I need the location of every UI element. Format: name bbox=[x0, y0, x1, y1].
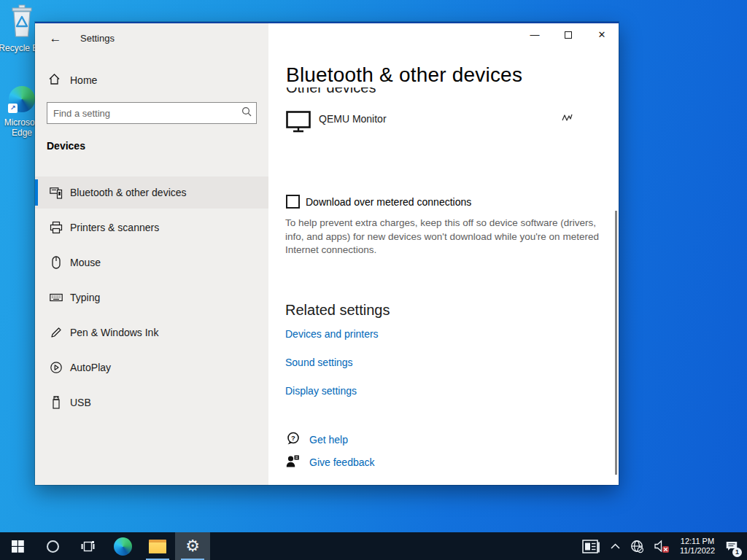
cortana-circle-icon bbox=[47, 540, 59, 553]
search-input[interactable] bbox=[47, 108, 237, 119]
search-icon[interactable] bbox=[237, 106, 256, 120]
titlebar-left: ← Settings bbox=[35, 23, 268, 52]
clock-time: 12:11 PM bbox=[680, 537, 715, 546]
usb-icon bbox=[50, 396, 63, 409]
taskbar-clock[interactable]: 12:11 PM 11/1/2022 bbox=[674, 537, 721, 556]
metered-connections-checkbox[interactable] bbox=[286, 195, 300, 209]
news-icon bbox=[582, 540, 600, 553]
network-status-button[interactable] bbox=[625, 532, 649, 560]
sidebar-item-printers[interactable]: Printers & scanners bbox=[35, 211, 268, 244]
shortcut-arrow-icon: ↗ bbox=[8, 104, 18, 113]
clock-date: 11/1/2022 bbox=[680, 546, 715, 556]
link-devices-and-printers[interactable]: Devices and printers bbox=[285, 328, 379, 340]
globe-no-internet-icon bbox=[630, 540, 644, 553]
give-feedback-link[interactable]: Give feedback bbox=[309, 456, 375, 468]
other-devices-heading-clipped: Other devices bbox=[286, 88, 376, 97]
metered-checkbox-label[interactable]: Download over metered connections bbox=[306, 196, 471, 208]
home-label: Home bbox=[70, 74, 97, 86]
chevron-up-icon bbox=[611, 543, 620, 549]
sidebar-item-bluetooth[interactable]: Bluetooth & other devices bbox=[35, 176, 268, 209]
start-button[interactable] bbox=[0, 532, 35, 560]
settings-window: ← Settings Home Devices Bluetooth & othe… bbox=[35, 22, 619, 485]
monitor-icon bbox=[286, 111, 311, 136]
sidebar-item-label: Printers & scanners bbox=[70, 222, 159, 233]
home-icon bbox=[48, 73, 61, 86]
svg-text:?: ? bbox=[291, 434, 295, 442]
maximize-button[interactable] bbox=[551, 23, 585, 46]
edge-icon: ↗ bbox=[9, 86, 35, 112]
devices-icon bbox=[50, 186, 63, 199]
get-help-link[interactable]: Get help bbox=[309, 434, 348, 446]
task-view-icon bbox=[81, 540, 95, 553]
mouse-icon bbox=[50, 256, 63, 269]
autoplay-icon bbox=[50, 361, 63, 374]
notification-badge: 1 bbox=[732, 548, 742, 557]
sidebar-item-home[interactable]: Home bbox=[35, 69, 268, 92]
system-tray: 12:11 PM 11/1/2022 1 bbox=[577, 532, 747, 560]
edge-icon bbox=[114, 537, 132, 556]
sidebar-item-mouse[interactable]: Mouse bbox=[35, 246, 268, 279]
close-button[interactable]: ✕ bbox=[585, 23, 619, 46]
scrollbar-thumb[interactable] bbox=[615, 211, 617, 475]
taskbar: ⚙ bbox=[0, 532, 747, 560]
action-center-button[interactable]: 1 bbox=[721, 532, 743, 560]
news-widget-button[interactable] bbox=[577, 532, 605, 560]
printer-icon bbox=[50, 221, 63, 234]
get-help-icon: ? bbox=[286, 432, 300, 446]
sidebar-nav: Bluetooth & other devices Printers & sca… bbox=[35, 176, 268, 421]
maximize-icon bbox=[565, 31, 572, 39]
taskbar-file-explorer-button[interactable] bbox=[140, 532, 175, 560]
windows-logo-icon bbox=[12, 540, 24, 553]
sidebar-item-label: AutoPlay bbox=[70, 362, 111, 373]
page-title: Bluetooth & other devices bbox=[286, 63, 522, 87]
give-feedback-icon bbox=[286, 454, 300, 468]
window-controls: — ✕ bbox=[518, 23, 619, 46]
speaker-muted-icon bbox=[654, 540, 669, 553]
related-settings-heading: Related settings bbox=[285, 302, 390, 319]
sidebar-item-label: Pen & Windows Ink bbox=[70, 327, 158, 338]
mouse-cursor bbox=[562, 112, 574, 125]
settings-content: — ✕ Bluetooth & other devices Other devi… bbox=[268, 23, 619, 485]
sidebar-item-label: USB bbox=[70, 397, 91, 408]
cortana-button[interactable] bbox=[35, 532, 70, 560]
taskbar-edge-button[interactable] bbox=[105, 532, 140, 560]
search-box bbox=[47, 102, 257, 124]
sidebar-item-typing[interactable]: Typing bbox=[35, 281, 268, 314]
recycle-bin-icon bbox=[8, 28, 36, 40]
sidebar-item-label: Mouse bbox=[70, 257, 101, 268]
settings-sidebar: ← Settings Home Devices Bluetooth & othe… bbox=[35, 23, 268, 485]
sidebar-item-label: Typing bbox=[70, 292, 100, 303]
sidebar-item-label: Bluetooth & other devices bbox=[70, 187, 187, 198]
sidebar-item-autoplay[interactable]: AutoPlay bbox=[35, 351, 268, 384]
back-button[interactable]: ← bbox=[45, 29, 66, 48]
volume-button[interactable] bbox=[649, 532, 674, 560]
sidebar-item-usb[interactable]: USB bbox=[35, 386, 268, 419]
link-sound-settings[interactable]: Sound settings bbox=[285, 357, 353, 368]
sidebar-section-heading: Devices bbox=[47, 140, 85, 152]
keyboard-icon bbox=[50, 291, 63, 304]
show-hidden-icons-button[interactable] bbox=[605, 532, 625, 560]
metered-description: To help prevent extra charges, keep this… bbox=[285, 217, 609, 257]
pen-icon bbox=[50, 326, 63, 339]
task-view-button[interactable] bbox=[70, 532, 105, 560]
link-display-settings[interactable]: Display settings bbox=[285, 385, 357, 397]
device-name[interactable]: QEMU Monitor bbox=[319, 113, 387, 125]
file-explorer-icon bbox=[149, 540, 166, 553]
settings-gear-icon: ⚙ bbox=[185, 538, 200, 554]
window-title: Settings bbox=[80, 33, 115, 44]
taskbar-settings-button[interactable]: ⚙ bbox=[175, 532, 210, 560]
minimize-button[interactable]: — bbox=[518, 23, 551, 46]
sidebar-item-pen[interactable]: Pen & Windows Ink bbox=[35, 316, 268, 349]
